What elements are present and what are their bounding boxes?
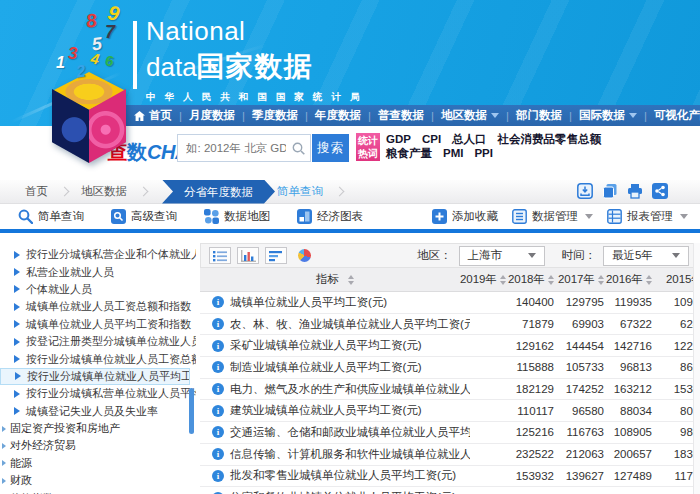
sidebar-item-3[interactable]: 个体就业人员 — [0, 281, 196, 298]
region-select[interactable]: 上海市 — [459, 246, 545, 266]
sidebar-item-2[interactable]: 私营企业就业人员 — [0, 263, 196, 280]
plus-icon — [432, 209, 447, 224]
time-label: 时间： — [562, 248, 597, 263]
breadcrumb-item-3[interactable]: 分省年度数据 — [162, 180, 275, 204]
sidebar-item-11[interactable]: 固定资产投资和房地产 — [0, 420, 196, 437]
value-cell: 200657 — [604, 448, 652, 460]
sidebar-item-4[interactable]: 城镇单位就业人员工资总额和指数 — [0, 298, 196, 315]
search-button[interactable]: 搜索 — [312, 134, 349, 162]
table-header-row: 指标2019年2018年2017年2016年2015年 — [200, 268, 700, 292]
value-cell: 144454 — [554, 340, 604, 352]
sidebar-item-10[interactable]: 城镇登记失业人员及失业率 — [0, 403, 196, 420]
view-toggle-list[interactable] — [209, 247, 231, 264]
nav-item-8[interactable]: 国际数据 — [579, 108, 637, 123]
tree-arrow-icon — [14, 407, 20, 415]
tool-chart[interactable]: 经济图表 — [297, 209, 363, 224]
sidebar-item-6[interactable]: 按登记注册类型分城镇单位就业人员平均工资 — [0, 333, 196, 350]
sidebar-item-label: 价格指数 — [10, 491, 54, 494]
table-scroll-gutter — [693, 243, 700, 494]
breadcrumb-action-icons — [577, 183, 668, 203]
info-icon[interactable]: i — [212, 426, 224, 438]
info-icon[interactable]: i — [212, 448, 224, 460]
info-icon[interactable]: i — [212, 405, 224, 417]
value-cell: 71879 — [506, 318, 554, 330]
tool-data-manage[interactable]: 数据管理 — [512, 209, 593, 224]
breadcrumb-item-2[interactable]: 地区数据 — [81, 184, 127, 199]
view-toggle-bar-chart[interactable] — [237, 247, 259, 264]
sidebar-item-5[interactable]: 城镇单位就业人员平均工资和指数 — [0, 316, 196, 333]
sidebar-item-9[interactable]: 按行业分城镇私营单位就业人员平均工资 — [0, 385, 196, 402]
nav-item-4[interactable]: 年度数据 — [315, 108, 361, 123]
view-toggle-pie-chart[interactable] — [293, 247, 315, 264]
hot-word[interactable]: 社会消费品零售总额 — [498, 132, 602, 146]
hot-word[interactable]: PPI — [474, 146, 493, 160]
share-button[interactable] — [652, 183, 668, 203]
info-icon[interactable]: i — [212, 296, 224, 308]
nav-item-2[interactable]: 月度数据 — [189, 108, 235, 123]
sidebar-item-label: 按行业分城镇私营单位就业人员平均工资 — [26, 386, 196, 401]
hot-word[interactable]: 粮食产量 — [386, 146, 432, 160]
chevron-down-icon — [672, 253, 680, 258]
site-logo: National data国家数据 中 华 人 民 共 和 国 国 家 统 计 … — [146, 16, 363, 116]
tool-map[interactable]: 数据地图 — [204, 209, 270, 224]
info-icon[interactable]: i — [212, 361, 224, 373]
view-toggle-hbar-chart[interactable] — [265, 247, 287, 264]
search-input[interactable] — [177, 134, 311, 162]
hot-word[interactable]: CPI — [422, 132, 441, 146]
sidebar-item-14[interactable]: 财政 — [0, 472, 196, 489]
nav-item-5[interactable]: 普查数据 — [378, 108, 424, 123]
nav-item-1[interactable]: 首页 — [134, 108, 172, 123]
time-select[interactable]: 最近5年 — [603, 246, 689, 266]
copy-button[interactable] — [602, 183, 618, 203]
table-row: i农、林、牧、渔业城镇单位就业人员平均工资(元)7187969903673226… — [200, 314, 700, 336]
value-cell: 125216 — [506, 426, 554, 438]
chevron-separator-icon — [60, 187, 70, 197]
table-row: i交通运输、仓储和邮政业城镇单位就业人员平均工资(元)1252161167631… — [200, 422, 700, 444]
logo-number: 1 — [56, 54, 65, 72]
sidebar-item-12[interactable]: 对外经济贸易 — [0, 437, 196, 454]
sidebar-item-label: 固定资产投资和房地产 — [10, 421, 120, 436]
info-icon[interactable]: i — [212, 318, 224, 330]
tool-adv-search[interactable]: 高级查询 — [111, 209, 177, 224]
logo-number: 4 — [90, 49, 101, 67]
nav-item-6[interactable]: 地区数据 — [441, 108, 499, 123]
info-icon[interactable]: i — [212, 340, 224, 352]
sort-icon[interactable] — [348, 275, 354, 285]
hot-word[interactable]: PMI — [443, 146, 463, 160]
sidebar-scrollbar-thumb[interactable] — [189, 388, 194, 434]
indicator-label: 住宿和餐饮业城镇单位就业人员平均工资(元) — [230, 490, 456, 494]
value-cell: 142716 — [604, 340, 652, 352]
tree-arrow-icon — [14, 355, 20, 363]
copy-icon — [602, 183, 618, 199]
value-cell: 67322 — [604, 318, 652, 330]
table-row: i电力、燃气及水的生产和供应业城镇单位就业人员平均工资(元)1821291742… — [200, 379, 700, 401]
nav-item-9[interactable]: 可视化产品 — [654, 108, 700, 123]
tool-magnifier[interactable]: 简单查询 — [18, 209, 84, 224]
sidebar-item-label: 能源 — [10, 456, 32, 471]
value-cell: 182129 — [506, 383, 554, 395]
tool-report-manage[interactable]: 报表管理 — [607, 209, 688, 224]
breadcrumb-item-1[interactable]: 首页 — [25, 184, 48, 199]
indicator-cell: i住宿和餐饮业城镇单位就业人员平均工资(元) — [200, 490, 470, 494]
nav-item-3[interactable]: 季度数据 — [252, 108, 298, 123]
sidebar-item-13[interactable]: 能源 — [0, 455, 196, 472]
logo-number: 2 — [74, 61, 87, 82]
info-icon[interactable]: i — [212, 383, 224, 395]
sidebar-item-8-selected[interactable]: 按行业分城镇单位就业人员平均工资 — [0, 368, 190, 385]
breadcrumb-item-4[interactable]: 简单查询 — [277, 184, 323, 199]
nav-item-label: 部门数据 — [516, 108, 562, 123]
download-button[interactable] — [577, 183, 593, 203]
tool-label: 添加收藏 — [452, 209, 498, 224]
hot-word[interactable]: GDP — [386, 132, 411, 146]
hot-word[interactable]: 总人口 — [452, 132, 487, 146]
info-icon[interactable]: i — [212, 470, 224, 482]
tool-plus[interactable]: 添加收藏 — [432, 209, 498, 224]
sidebar-item-15[interactable]: 价格指数 — [0, 489, 196, 494]
nav-item-7[interactable]: 部门数据 — [516, 108, 562, 123]
sidebar-item-1[interactable]: 按行业分城镇私营企业和个体就业人员 — [0, 246, 196, 263]
hot-words: GDPCPI总人口社会消费品零售总额 粮食产量PMIPPI — [386, 132, 696, 160]
print-button[interactable] — [627, 183, 643, 203]
value-cell: 232522 — [506, 448, 554, 460]
sidebar-item-7[interactable]: 按行业分城镇单位就业人员工资总额 — [0, 350, 196, 367]
table-row: i建筑业城镇单位就业人员平均工资(元)110117965808803480174 — [200, 400, 700, 422]
